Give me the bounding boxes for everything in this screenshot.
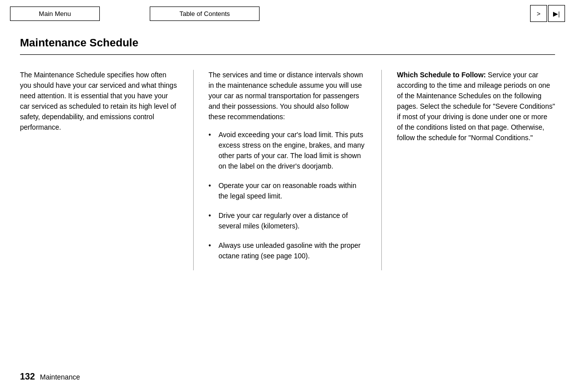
next-page-button[interactable]: > — [530, 5, 547, 22]
col1-text: The Maintenance Schedule specifies how o… — [20, 70, 178, 133]
col2-intro: The services and time or distance interv… — [209, 70, 367, 122]
page-content: Maintenance Schedule The Maintenance Sch… — [0, 27, 575, 280]
list-item: Avoid exceeding your car's load limit. T… — [209, 130, 367, 172]
navigation-arrows: > ▶| — [530, 5, 565, 22]
table-of-contents-button[interactable]: Table of Contents — [150, 6, 260, 21]
last-page-button[interactable]: ▶| — [548, 5, 565, 22]
page-title: Maintenance Schedule — [20, 27, 555, 55]
list-item: Operate your car on reasonable roads wit… — [209, 181, 367, 201]
last-page-icon: ▶| — [553, 10, 560, 17]
col3-heading: Which Schedule to Follow: — [397, 71, 486, 79]
top-navigation: Main Menu Table of Contents > ▶| — [0, 0, 575, 27]
col3-content: Which Schedule to Follow: Service your c… — [397, 70, 555, 143]
column-2: The services and time or distance interv… — [209, 70, 382, 270]
col3-text: Service your car according to the time a… — [397, 71, 555, 142]
column-3: Which Schedule to Follow: Service your c… — [397, 70, 555, 270]
footer-section-label: Maintenance — [40, 373, 80, 381]
page-number: 132 — [20, 372, 35, 382]
bullet-list: Avoid exceeding your car's load limit. T… — [209, 130, 367, 261]
content-columns: The Maintenance Schedule specifies how o… — [20, 70, 555, 270]
list-item: Drive your car regularly over a distance… — [209, 210, 367, 231]
main-menu-button[interactable]: Main Menu — [10, 6, 100, 21]
page-footer: 132 Maintenance — [20, 372, 80, 382]
list-item: Always use unleaded gasoline with the pr… — [209, 240, 367, 261]
column-1: The Maintenance Schedule specifies how o… — [20, 70, 194, 270]
